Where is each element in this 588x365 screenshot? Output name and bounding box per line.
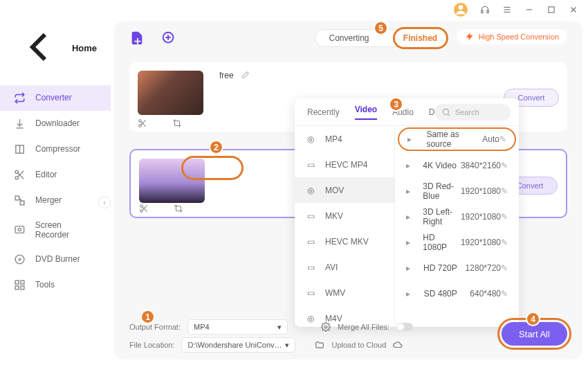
svg-rect-26 xyxy=(15,286,19,290)
converter-icon xyxy=(14,92,26,104)
download-icon xyxy=(14,118,26,130)
format-hevc-mp4[interactable]: ▭HEVC MP4 xyxy=(295,152,394,177)
folder-icon[interactable] xyxy=(315,340,324,350)
format-mkv[interactable]: ▭MKV xyxy=(295,203,394,229)
format-mp4[interactable]: ◎MP4 xyxy=(295,126,394,152)
bolt-icon xyxy=(465,32,475,42)
callout-5: 5 xyxy=(374,21,388,35)
edit-icon[interactable]: ✎ xyxy=(501,186,508,196)
edit-icon[interactable]: ✎ xyxy=(501,161,508,170)
menu-icon[interactable] xyxy=(502,5,512,15)
edit-icon[interactable]: ✎ xyxy=(501,238,508,247)
play-icon: ▸ xyxy=(406,212,410,222)
user-avatar-icon[interactable] xyxy=(454,3,468,17)
maximize-icon[interactable] xyxy=(546,5,556,15)
footer: Output Format: MP4▾ Merge All Files: Fil… xyxy=(114,314,582,355)
sidebar-item-compressor[interactable]: Compressor xyxy=(0,136,111,162)
file-location-label: File Location: xyxy=(129,341,174,349)
preset-same-as-source[interactable]: ▸Same as sourceAuto✎ xyxy=(398,127,516,151)
merge-label: Merge All Files: xyxy=(338,323,389,331)
svg-point-23 xyxy=(19,258,21,260)
edit-icon[interactable]: ✎ xyxy=(501,263,508,273)
item-toolrow xyxy=(139,204,183,213)
hevc-icon: ▭ xyxy=(307,160,317,170)
svg-point-41 xyxy=(324,326,327,328)
main-panel: Converting Finished High Speed Conversio… xyxy=(114,21,582,359)
play-icon: ▸ xyxy=(406,161,410,170)
sidebar: Home Converter Downloader Compressor Edi… xyxy=(0,17,111,298)
sidebar-item-merger[interactable]: Merger xyxy=(0,188,111,213)
sidebar-item-downloader[interactable]: Downloader xyxy=(0,111,111,136)
format-search[interactable]: Search xyxy=(434,104,511,121)
format-flyout: Recently Video Audio Device Web Video Se… xyxy=(295,98,519,327)
preset-3d-rb[interactable]: ▸3D Red-Blue1920*1080✎ xyxy=(395,178,519,204)
crop-icon[interactable] xyxy=(172,118,182,128)
format-list: ◎MP4 ▭HEVC MP4 ◎MOV ▭MKV ▭HEVC MKV ▭AVI … xyxy=(295,126,395,327)
play-icon: ▸ xyxy=(406,238,410,247)
cloud-icon[interactable] xyxy=(393,340,403,350)
output-format-label: Output Format: xyxy=(129,323,181,331)
sidebar-item-converter[interactable]: Converter xyxy=(0,85,111,111)
svg-rect-18 xyxy=(20,201,24,205)
video-icon: ◎ xyxy=(307,134,317,144)
window-titlebar xyxy=(444,0,588,19)
svg-rect-24 xyxy=(15,281,19,284)
sidebar-collapse-handle[interactable]: ‹ xyxy=(98,196,111,208)
output-format-select[interactable]: MP4▾ xyxy=(187,319,288,335)
sidebar-item-screen-recorder[interactable]: Screen Recorder xyxy=(0,213,111,247)
file-location-select[interactable]: D:\Wondershare UniConverter 1▾ xyxy=(181,337,295,353)
format-wmv[interactable]: ▭WMV xyxy=(295,280,394,305)
close-icon[interactable] xyxy=(569,5,578,15)
video-icon: ▭ xyxy=(307,211,317,221)
edit-icon[interactable]: ✎ xyxy=(499,134,506,144)
add-file-button[interactable] xyxy=(129,30,145,46)
high-speed-badge[interactable]: High Speed Conversion xyxy=(457,29,567,44)
format-mov[interactable]: ◎MOV xyxy=(295,177,394,203)
preset-4k[interactable]: ▸4K Video3840*2160✎ xyxy=(395,152,519,178)
edit-name-icon[interactable] xyxy=(240,71,250,80)
sidebar-label: Tools xyxy=(35,280,55,290)
format-avi[interactable]: ▭AVI xyxy=(295,254,394,280)
svg-rect-7 xyxy=(549,7,554,12)
preset-480p[interactable]: ▸SD 480P640*480✎ xyxy=(395,281,519,306)
item-toolrow xyxy=(138,118,182,128)
sidebar-label: Compressor xyxy=(35,144,80,154)
play-icon: ▸ xyxy=(407,134,414,144)
edit-icon[interactable]: ✎ xyxy=(501,212,508,222)
thumbnail[interactable] xyxy=(138,71,203,115)
format-hevc-mkv[interactable]: ▭HEVC MKV xyxy=(295,229,394,254)
back-icon xyxy=(14,22,64,74)
merge-toggle[interactable] xyxy=(396,323,413,331)
flytab-video[interactable]: Video xyxy=(355,105,377,120)
crop-icon[interactable] xyxy=(174,204,183,213)
tab-finished[interactable]: Finished xyxy=(393,27,448,49)
flytab-recently[interactable]: Recently xyxy=(307,107,340,117)
sidebar-item-tools[interactable]: Tools xyxy=(0,272,111,298)
edit-icon[interactable]: ✎ xyxy=(501,289,508,299)
preset-3d-lr[interactable]: ▸3D Left-Right1920*1080✎ xyxy=(395,204,519,229)
upload-label: Upload to Cloud xyxy=(331,341,386,349)
chevron-down-icon: ▾ xyxy=(277,323,282,332)
tab-converting[interactable]: Converting xyxy=(329,33,369,43)
play-icon: ▸ xyxy=(406,263,411,273)
gear-icon[interactable] xyxy=(321,322,331,332)
add-url-button[interactable] xyxy=(161,30,176,46)
svg-point-13 xyxy=(15,170,18,173)
svg-point-0 xyxy=(459,5,463,10)
callout-3: 3 xyxy=(389,97,403,112)
svg-point-22 xyxy=(15,255,24,264)
home-label: Home xyxy=(72,43,97,53)
minimize-icon[interactable] xyxy=(524,5,534,15)
trim-icon[interactable] xyxy=(138,118,147,128)
callout-ring-mov xyxy=(181,156,244,180)
preset-720p[interactable]: ▸HD 720P1280*720✎ xyxy=(395,255,519,281)
headset-icon[interactable] xyxy=(480,5,490,15)
svg-rect-1 xyxy=(481,10,483,13)
trim-icon[interactable] xyxy=(139,204,149,213)
sidebar-item-editor[interactable]: Editor xyxy=(0,162,111,188)
svg-point-14 xyxy=(15,177,18,179)
preset-1080p[interactable]: ▸HD 1080P1920*1080✎ xyxy=(395,229,519,255)
sidebar-home[interactable]: Home xyxy=(0,17,111,80)
sidebar-item-dvd-burner[interactable]: DVD Burner xyxy=(0,247,111,272)
play-icon: ▸ xyxy=(406,289,412,299)
